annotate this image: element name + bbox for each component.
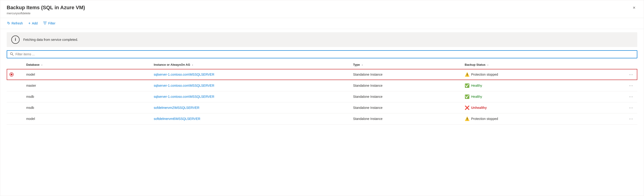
info-icon: i: [11, 36, 20, 44]
status-label: Protection stopped: [471, 117, 498, 120]
instance-link[interactable]: softdelmervm6\MSSQLSERVER: [154, 117, 200, 120]
col-header-type[interactable]: Type ↕: [350, 61, 462, 69]
cell-instance[interactable]: sqlserver-1.contoso.com\MSSQLSERVER: [151, 91, 350, 102]
instance-link[interactable]: sqlserver-1.contoso.com\MSSQLSERVER: [154, 95, 214, 98]
cell-more: ···: [613, 80, 637, 91]
sort-icon-instance: ↕: [192, 64, 194, 66]
status-label: Protection stopped: [471, 73, 498, 76]
backup-items-panel: Backup Items (SQL in Azure VM) mercuryso…: [0, 0, 644, 196]
search-bar: [7, 50, 637, 58]
filter-label: Filter: [48, 22, 55, 25]
table-row[interactable]: msdbsqlserver-1.contoso.com\MSSQLSERVERS…: [7, 91, 637, 102]
sort-icon-status: ↕: [487, 64, 489, 66]
warning-icon: ⚠️: [465, 116, 470, 121]
cell-backup-status: ⚠️Protection stopped: [462, 113, 613, 124]
status-label: Unhealthy: [471, 106, 487, 110]
table-row[interactable]: mastersqlserver-1.contoso.com\MSSQLSERVE…: [7, 80, 637, 91]
instance-link[interactable]: sqlserver-1.contoso.com\MSSQLSERVER: [154, 73, 214, 76]
filter-button[interactable]: Filter: [43, 20, 56, 26]
instance-link[interactable]: sqlserver-1.contoso.com\MSSQLSERVER: [154, 84, 214, 88]
row-status-icon: [7, 80, 24, 91]
refresh-icon: ↻: [7, 22, 10, 25]
cell-backup-status: ✅Healthy: [462, 91, 613, 102]
warning-icon: ⚠️: [465, 72, 470, 77]
col-header-more: [613, 61, 637, 69]
panel-title-area: Backup Items (SQL in Azure VM) mercuryso…: [7, 4, 85, 15]
col-header-icon: [7, 61, 24, 69]
healthy-icon: ✅: [465, 83, 470, 88]
add-label: Add: [32, 22, 38, 25]
table-container: Database ↕ Instance or AlwaysOn AG ↕ Typ…: [7, 61, 637, 196]
sort-icon-database: ↕: [41, 64, 43, 66]
refresh-button[interactable]: ↻ Refresh: [7, 20, 23, 26]
row-status-icon: [7, 69, 24, 80]
row-status-icon: [7, 113, 24, 124]
col-header-instance[interactable]: Instance or AlwaysOn AG ↕: [151, 61, 350, 69]
more-button[interactable]: ···: [628, 83, 634, 88]
more-button[interactable]: ···: [628, 105, 634, 111]
cell-more: ···: [613, 113, 637, 124]
stop-icon: [10, 72, 14, 76]
cell-type: Standalone Instance: [350, 102, 462, 113]
add-button[interactable]: + Add: [28, 20, 38, 26]
col-header-status[interactable]: Backup Status ↕: [462, 61, 613, 69]
col-header-database[interactable]: Database ↕: [24, 61, 151, 69]
search-icon: [10, 52, 14, 56]
panel-title: Backup Items (SQL in Azure VM): [7, 4, 85, 11]
healthy-icon: ✅: [465, 94, 470, 99]
panel-header: Backup Items (SQL in Azure VM) mercuryso…: [0, 0, 644, 18]
cell-backup-status: ✅Healthy: [462, 80, 613, 91]
table-row[interactable]: modelsoftdelmervm6\MSSQLSERVERStandalone…: [7, 113, 637, 124]
search-input[interactable]: [16, 52, 634, 56]
info-message: Fetching data from service completed.: [23, 38, 78, 42]
cell-more: ···: [613, 91, 637, 102]
backup-items-table: Database ↕ Instance or AlwaysOn AG ↕ Typ…: [7, 61, 637, 124]
cell-type: Standalone Instance: [350, 80, 462, 91]
more-button[interactable]: ···: [628, 72, 634, 78]
table-row[interactable]: modelsqlserver-1.contoso.com\MSSQLSERVER…: [7, 69, 637, 80]
cell-instance[interactable]: sqlserver-1.contoso.com\MSSQLSERVER: [151, 69, 350, 80]
cell-database: master: [24, 80, 151, 91]
cell-instance[interactable]: softdelmervm6\MSSQLSERVER: [151, 113, 350, 124]
filter-icon: [43, 21, 47, 26]
svg-line-1: [12, 54, 13, 56]
instance-link[interactable]: sofdelmervm2\MSSQLSERVER: [154, 106, 200, 110]
status-label: Healthy: [471, 95, 482, 98]
add-icon: +: [28, 22, 30, 25]
error-icon: ❌: [465, 106, 470, 110]
cell-database: msdb: [24, 91, 151, 102]
cell-database: model: [24, 69, 151, 80]
cell-type: Standalone Instance: [350, 91, 462, 102]
cell-instance[interactable]: sofdelmervm2\MSSQLSERVER: [151, 102, 350, 113]
more-button[interactable]: ···: [628, 116, 634, 122]
sort-icon-type: ↕: [362, 64, 363, 66]
close-button[interactable]: ×: [631, 4, 637, 11]
refresh-label: Refresh: [12, 22, 23, 25]
more-button[interactable]: ···: [628, 94, 634, 100]
cell-more: ···: [613, 102, 637, 113]
row-status-icon: [7, 91, 24, 102]
info-bar: i Fetching data from service completed.: [7, 32, 637, 47]
cell-instance[interactable]: sqlserver-1.contoso.com\MSSQLSERVER: [151, 80, 350, 91]
cell-database: msdb: [24, 102, 151, 113]
toolbar: ↻ Refresh + Add Filter: [0, 18, 644, 29]
row-status-icon: [7, 102, 24, 113]
cell-backup-status: ⚠️Protection stopped: [462, 69, 613, 80]
cell-more: ···: [613, 69, 637, 80]
panel-subtitle: mercurysoftdelete: [7, 12, 85, 15]
table-header-row: Database ↕ Instance or AlwaysOn AG ↕ Typ…: [7, 61, 637, 69]
cell-database: model: [24, 113, 151, 124]
table-row[interactable]: msdbsofdelmervm2\MSSQLSERVERStandalone I…: [7, 102, 637, 113]
status-label: Healthy: [471, 84, 482, 88]
cell-type: Standalone Instance: [350, 113, 462, 124]
cell-type: Standalone Instance: [350, 69, 462, 80]
cell-backup-status: ❌Unhealthy: [462, 102, 613, 113]
